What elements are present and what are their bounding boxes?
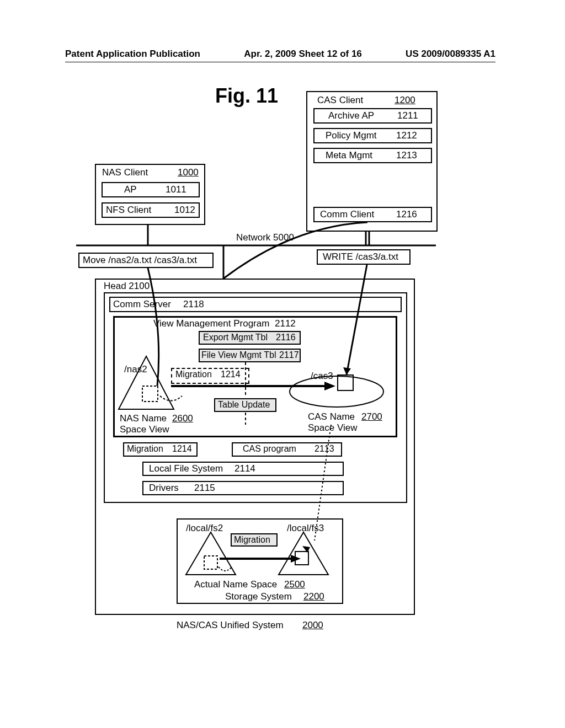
archive-ap-label: Archive AP	[328, 110, 374, 121]
export-tbl-id: 2116	[276, 333, 296, 342]
page: { "header": { "left": "Patent Applicatio…	[0, 0, 565, 728]
unified-label: NAS/CAS Unified System	[177, 620, 284, 631]
local-fs-id: 2114	[234, 463, 255, 474]
export-tbl-label: Export Mgmt Tbl	[203, 333, 268, 342]
comm-server-label: Comm Server	[113, 299, 171, 310]
migration-id: 1214	[221, 370, 241, 379]
cas-client-id: 1200	[395, 95, 415, 106]
storage-migration-label: Migration	[234, 535, 270, 545]
cas3-label: /cas3	[311, 371, 333, 382]
file-view-tbl-id: 2117	[279, 350, 299, 360]
nas-client-label: NAS Client	[102, 167, 148, 178]
file-view-tbl-label: File View Mgmt Tbl	[201, 350, 276, 360]
fs2-label: /local/fs2	[186, 523, 223, 534]
nas-space-label: NAS Name	[120, 413, 167, 424]
drivers-label: Drivers	[149, 483, 179, 494]
network-label: Network 5000	[236, 232, 294, 243]
ap-label: AP	[124, 184, 137, 195]
move-cmd-label: Move /nas2/a.txt /cas3/a.txt	[83, 255, 197, 266]
figure-title: Fig. 11	[215, 84, 278, 108]
unified-id: 2000	[302, 620, 323, 631]
meta-mgmt-label: Meta Mgmt	[326, 150, 372, 161]
nas-client-id: 1000	[178, 167, 199, 178]
header-rule	[65, 62, 495, 62]
cas-prog-label: CAS program	[243, 444, 296, 454]
drivers-id: 2115	[194, 483, 215, 494]
nas2-label: /nas2	[124, 364, 147, 375]
header-left: Patent Application Publication	[65, 49, 200, 60]
view-mgmt-id: 2112	[275, 318, 296, 329]
meta-mgmt-id: 1213	[396, 150, 417, 161]
cas-prog-id: 2113	[315, 444, 334, 454]
header-mid: Apr. 2, 2009 Sheet 12 of 16	[244, 49, 362, 60]
comm-client-label: Comm Client	[320, 209, 374, 220]
head-label: Head 2100	[104, 281, 150, 292]
cas-client-label: CAS Client	[317, 95, 363, 106]
header-right: US 2009/0089335 A1	[406, 49, 495, 60]
actual-label: Actual Name Space	[194, 579, 277, 590]
view-mgmt-label: View Management Program	[153, 318, 269, 329]
policy-mgmt-label: Policy Mgmt	[326, 130, 377, 141]
local-fs-label: Local File System	[149, 463, 223, 474]
nfs-client-id: 1012	[174, 205, 195, 216]
migration2-label: Migration	[127, 444, 163, 454]
cas-space-id: 2700	[361, 411, 382, 422]
cas-space2-label: Space View	[308, 422, 357, 433]
fs3-label: /local/fs3	[287, 523, 324, 534]
migration-label: Migration	[175, 370, 212, 379]
storage-system-id: 2200	[303, 591, 324, 602]
actual-id: 2500	[284, 579, 305, 590]
nas-space2-label: Space View	[120, 424, 169, 435]
cas-space-label: CAS Name	[308, 411, 355, 422]
policy-mgmt-id: 1212	[396, 130, 417, 141]
nfs-client-label: NFS Client	[106, 205, 151, 216]
archive-ap-id: 1211	[397, 110, 418, 121]
comm-server-id: 2118	[183, 299, 204, 310]
nas-space-id: 2600	[172, 413, 193, 424]
table-update-label: Table Update	[218, 400, 270, 410]
comm-client-id: 1216	[396, 209, 417, 220]
storage-system-label: Storage System	[225, 591, 292, 602]
ap-id: 1011	[166, 184, 186, 195]
migration2-id: 1214	[172, 444, 192, 454]
page-header: Patent Application Publication Apr. 2, 2…	[65, 49, 495, 60]
write-cmd-label: WRITE /cas3/a.txt	[323, 251, 398, 263]
